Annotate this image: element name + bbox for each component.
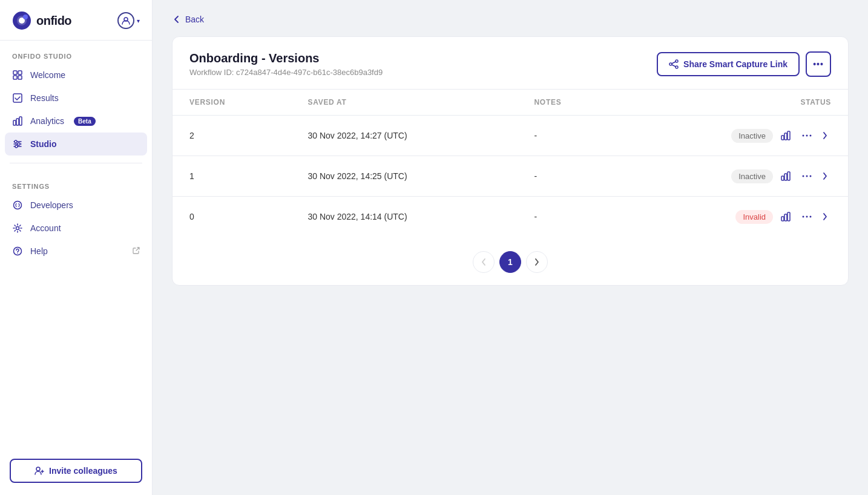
user-chevron-icon: ▾ [137,18,140,24]
share-smart-capture-button[interactable]: Share Smart Capture Link [657,52,800,76]
row-dots-icon [802,134,812,137]
svg-rect-29 [787,131,790,140]
versions-table-body: 2 30 Nov 2022, 14:27 (UTC) - Inactive [173,116,848,237]
svg-point-18 [15,145,18,148]
row-chevron-icon [823,131,827,140]
svg-rect-12 [19,117,22,125]
card-header: Onboarding - Versions Workflow ID: c724a… [173,37,848,90]
row-analytics-button[interactable] [777,126,795,145]
status-actions-cell: Invalid [621,197,848,237]
developers-label: Developers [30,200,73,210]
svg-point-16 [18,143,20,145]
welcome-label: Welcome [30,70,65,80]
studio-nav: Welcome Results [0,64,152,156]
svg-rect-33 [781,176,784,180]
row-analytics-button[interactable] [777,167,795,185]
row-chevron-icon [823,212,827,221]
svg-point-32 [810,135,812,137]
pagination-page-1-button[interactable]: 1 [499,251,521,273]
analytics-beta-badge: Beta [74,117,96,126]
svg-point-36 [803,175,804,177]
row-dots-icon [802,175,812,177]
settings-section: SETTINGS Developers Acco [0,171,152,263]
share-icon [669,59,679,69]
version-cell: 0 [173,197,291,237]
svg-point-38 [810,175,812,177]
sidebar-header: onfido ▾ [0,0,152,41]
pagination-prev-button[interactable] [473,251,495,273]
svg-point-14 [15,140,17,143]
sidebar-item-analytics[interactable]: Analytics Beta [5,110,147,133]
svg-point-20 [16,227,19,230]
card-title-block: Onboarding - Versions Workflow ID: c724a… [189,51,383,77]
share-btn-label: Share Smart Capture Link [683,59,787,69]
row-more-button[interactable] [798,131,815,140]
back-arrow-icon [172,15,182,24]
row-navigate-button[interactable] [819,168,831,184]
sidebar-item-help[interactable]: Help [5,240,147,263]
row-bar-chart-icon [780,171,791,182]
brand-name: onfido [36,14,71,28]
workflow-id: Workflow ID: c724a847-4d4e-497c-b61c-38e… [189,68,383,77]
status-actions-cell: Inactive [621,116,848,156]
svg-rect-11 [16,119,19,125]
notes-cell: - [517,197,620,237]
col-status: STATUS [621,90,848,116]
back-button[interactable]: Back [172,15,204,24]
row-navigate-button[interactable] [819,209,831,225]
svg-rect-40 [784,214,787,221]
svg-rect-28 [784,133,787,140]
next-arrow-icon [534,258,539,266]
sidebar-item-studio[interactable]: Studio [5,133,147,156]
more-options-button[interactable]: ••• [806,51,831,77]
sidebar-item-welcome[interactable]: Welcome [5,64,147,87]
pagination-next-button[interactable] [526,251,548,273]
sidebar: onfido ▾ ONFIDO STUDIO [0,0,153,495]
row-navigate-button[interactable] [819,128,831,143]
studio-section: ONFIDO STUDIO Welcome [0,41,152,156]
gear-icon [12,223,23,234]
svg-rect-6 [18,71,22,74]
svg-rect-41 [787,212,790,221]
results-label: Results [30,93,59,103]
col-notes: NOTES [517,90,620,116]
svg-point-23 [36,467,40,471]
svg-point-22 [17,253,18,254]
row-more-button[interactable] [798,212,815,221]
svg-rect-5 [13,71,17,74]
sidebar-item-developers[interactable]: Developers [5,194,147,217]
code-icon [12,200,23,211]
sidebar-item-account[interactable]: Account [5,217,147,240]
help-label: Help [30,246,48,256]
user-avatar-icon [117,12,134,29]
svg-point-30 [803,135,804,137]
help-circle-icon [12,246,23,257]
svg-point-43 [806,216,808,218]
row-actions: Inactive [638,126,831,145]
status-badge: Inactive [731,169,773,183]
studio-section-label: ONFIDO STUDIO [0,41,152,64]
svg-point-21 [14,248,22,255]
svg-point-42 [803,216,804,218]
back-label: Back [185,15,204,24]
invite-icon [35,466,44,476]
row-more-button[interactable] [798,171,815,181]
notes-cell: - [517,116,620,156]
more-dots-icon: ••• [813,59,824,69]
table-row: 1 30 Nov 2022, 14:25 (UTC) - Inactive [173,156,848,197]
sidebar-divider [10,163,142,163]
svg-rect-35 [787,172,790,180]
status-badge: Invalid [735,210,773,224]
row-analytics-button[interactable] [777,208,795,226]
versions-table: VERSION SAVED AT NOTES STATUS 2 30 Nov 2… [173,90,848,237]
account-label: Account [30,223,61,233]
card-actions: Share Smart Capture Link ••• [657,51,831,77]
pagination: 1 [173,237,848,285]
logo-area: onfido [12,11,71,30]
svg-rect-27 [781,136,784,140]
invite-colleagues-button[interactable]: Invite colleagues [10,459,142,483]
sidebar-item-results[interactable]: Results [5,87,147,110]
user-menu-button[interactable]: ▾ [117,12,140,29]
svg-point-31 [806,135,808,137]
version-cell: 1 [173,156,291,197]
